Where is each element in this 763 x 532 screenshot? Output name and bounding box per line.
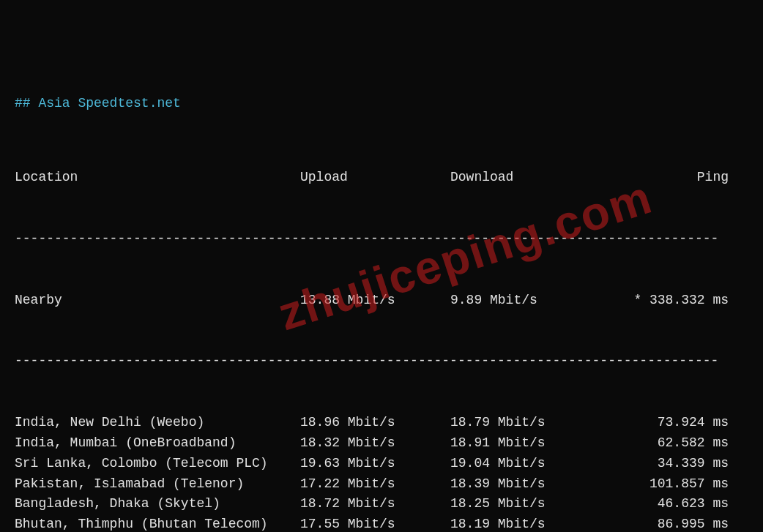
cell-upload: 17.22 Mbit/s — [300, 474, 450, 495]
table-row: India, New Delhi (Weebo)18.96 Mbit/s18.7… — [15, 413, 748, 433]
section-title: ## Asia Speedtest.net — [15, 94, 748, 114]
cell-ping: 73.924 ms — [600, 413, 729, 433]
watermark: zhujiceping.com — [269, 161, 662, 351]
table-row: Sri Lanka, Colombo (Telecom PLC)19.63 Mb… — [15, 454, 748, 474]
nearby-ping: * 338.332 ms — [600, 291, 729, 311]
divider: ----------------------------------------… — [15, 351, 736, 372]
cell-upload: 18.96 Mbit/s — [300, 413, 450, 433]
col-download-header: Download — [450, 168, 600, 188]
table-body: India, New Delhi (Weebo)18.96 Mbit/s18.7… — [15, 413, 748, 532]
cell-download: 18.79 Mbit/s — [450, 413, 600, 433]
cell-ping: 34.339 ms — [600, 454, 729, 474]
cell-ping: 46.623 ms — [600, 494, 729, 514]
cell-download: 18.39 Mbit/s — [450, 474, 600, 495]
cell-upload: 18.72 Mbit/s — [300, 494, 450, 514]
cell-upload: 17.55 Mbit/s — [300, 514, 450, 532]
cell-location: India, Mumbai (OneBroadband) — [15, 433, 300, 454]
cell-download: 18.19 Mbit/s — [450, 514, 600, 532]
cell-location: Sri Lanka, Colombo (Telecom PLC) — [15, 454, 300, 474]
cell-download: 18.91 Mbit/s — [450, 433, 600, 454]
table-row: Pakistan, Islamabad (Telenor)17.22 Mbit/… — [15, 474, 748, 495]
nearby-location: Nearby — [15, 291, 300, 311]
cell-location: Bangladesh, Dhaka (Skytel) — [15, 494, 300, 514]
cell-upload: 18.32 Mbit/s — [300, 433, 450, 454]
nearby-download: 9.89 Mbit/s — [450, 291, 600, 311]
col-location-header: Location — [15, 168, 300, 188]
cell-location: Bhutan, Thimphu (Bhutan Telecom) — [15, 514, 300, 532]
cell-ping: 86.995 ms — [600, 514, 729, 532]
divider: ----------------------------------------… — [15, 229, 736, 250]
cell-location: Pakistan, Islamabad (Telenor) — [15, 474, 300, 495]
nearby-upload: 13.88 Mbit/s — [300, 291, 450, 311]
nearby-row: Nearby 13.88 Mbit/s 9.89 Mbit/s * 338.33… — [15, 291, 748, 311]
table-row: India, Mumbai (OneBroadband)18.32 Mbit/s… — [15, 433, 748, 454]
cell-download: 18.25 Mbit/s — [450, 494, 600, 514]
table-row: Bhutan, Thimphu (Bhutan Telecom)17.55 Mb… — [15, 514, 748, 532]
table-row: Bangladesh, Dhaka (Skytel)18.72 Mbit/s18… — [15, 494, 748, 514]
cell-ping: 62.582 ms — [600, 433, 729, 454]
cell-ping: 101.857 ms — [600, 474, 729, 495]
cell-upload: 19.63 Mbit/s — [300, 454, 450, 474]
table-header: Location Upload Download Ping — [15, 168, 748, 188]
cell-download: 19.04 Mbit/s — [450, 454, 600, 474]
cell-location: India, New Delhi (Weebo) — [15, 413, 300, 433]
col-upload-header: Upload — [300, 168, 450, 188]
col-ping-header: Ping — [600, 168, 729, 188]
